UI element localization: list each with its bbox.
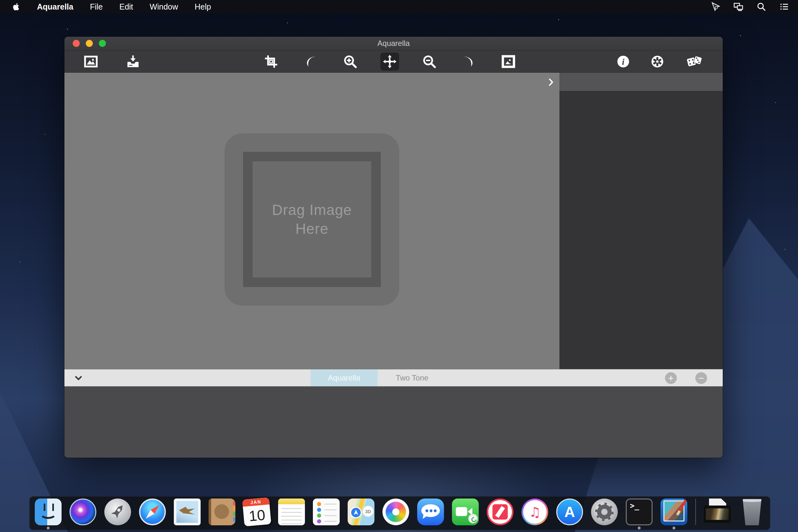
- news-icon: [487, 498, 513, 525]
- dock-item-messages[interactable]: [417, 498, 444, 525]
- dock-item-image-file[interactable]: [704, 498, 731, 525]
- aquarella-app-icon: [661, 498, 687, 525]
- itunes-icon: ♫: [521, 498, 548, 525]
- itunes-note-glyph: ♫: [523, 500, 547, 524]
- dock-item-launchpad[interactable]: [104, 498, 131, 525]
- tab-two-tone[interactable]: Two Tone: [378, 369, 446, 386]
- image-dropzone[interactable]: Drag Image Here: [225, 133, 399, 306]
- dock-item-finder[interactable]: [35, 498, 61, 525]
- photos-icon: [382, 498, 409, 525]
- finder-icon: [35, 498, 61, 525]
- aquarella-window: Aquarella: [64, 37, 723, 458]
- menu-item-file[interactable]: File: [90, 2, 103, 12]
- undo-icon[interactable]: [301, 53, 320, 71]
- svg-text:i: i: [622, 57, 625, 66]
- menu-app-name[interactable]: Aquarella: [37, 2, 73, 12]
- bottom-panel: [64, 387, 723, 458]
- dock-item-siri[interactable]: [70, 498, 96, 525]
- randomize-dice-icon[interactable]: [685, 53, 704, 71]
- calendar-day: 10: [243, 504, 271, 526]
- safari-icon: [139, 498, 166, 525]
- canvas-area[interactable]: Drag Image Here: [64, 73, 559, 369]
- dropzone-text: Drag Image Here: [254, 201, 369, 238]
- zoom-in-icon[interactable]: [341, 53, 359, 71]
- import-save-icon[interactable]: [124, 53, 142, 71]
- contacts-icon: [209, 498, 235, 525]
- open-image-icon[interactable]: [82, 53, 100, 71]
- chevron-down-icon[interactable]: [74, 374, 83, 383]
- chevron-right-icon[interactable]: [546, 77, 556, 87]
- dock-item-contacts[interactable]: [209, 498, 235, 525]
- image-file-icon: [704, 498, 731, 525]
- window-title: Aquarella: [377, 39, 410, 48]
- close-button[interactable]: [73, 40, 80, 47]
- crop-icon[interactable]: [262, 53, 280, 71]
- zoom-out-icon[interactable]: [420, 53, 439, 71]
- dock-item-facetime[interactable]: [452, 498, 479, 525]
- menu-bar: Aquarella File Edit Window Help: [0, 0, 798, 13]
- toolbar: i: [64, 51, 723, 73]
- menu-item-window[interactable]: Window: [150, 2, 178, 12]
- dock-item-mail[interactable]: [174, 498, 201, 525]
- menu-list-icon[interactable]: [779, 2, 789, 12]
- messages-icon: [417, 498, 444, 525]
- tab-aquarella[interactable]: Aquarella: [311, 369, 378, 386]
- notes-icon: [278, 498, 305, 525]
- siri-icon: [70, 498, 96, 525]
- side-panel: [559, 73, 723, 369]
- calendar-icon: JAN 10: [242, 497, 271, 526]
- dock: JAN 10 3D ♫: [29, 496, 770, 530]
- maps-3d-badge: 3D: [362, 506, 374, 517]
- reminders-icon: [313, 498, 340, 525]
- dock-item-system-preferences[interactable]: [591, 498, 618, 525]
- window-content: Drag Image Here: [64, 73, 723, 369]
- system-preferences-icon: [591, 498, 618, 525]
- side-panel-header: [559, 73, 723, 91]
- filmstrip-bar: Aquarella Two Tone + −: [64, 369, 723, 387]
- move-tool-icon[interactable]: [380, 53, 399, 71]
- add-button[interactable]: +: [665, 372, 677, 384]
- dropzone-frame: Drag Image Here: [243, 152, 381, 287]
- dock-item-safari[interactable]: [139, 498, 166, 525]
- dock-item-photos[interactable]: [382, 498, 409, 525]
- trash-icon: [739, 498, 765, 525]
- spotlight-search-icon[interactable]: [757, 2, 766, 12]
- dock-item-app-store[interactable]: A: [556, 498, 583, 525]
- dock-item-maps[interactable]: 3D: [348, 498, 375, 525]
- zoom-button[interactable]: [99, 40, 106, 47]
- maps-icon: 3D: [348, 498, 375, 525]
- dock-item-calendar[interactable]: JAN 10: [243, 498, 270, 525]
- effects-icon[interactable]: [648, 53, 667, 71]
- remove-button[interactable]: −: [695, 372, 707, 384]
- facetime-icon: [452, 498, 479, 525]
- dock-item-notes[interactable]: [278, 498, 305, 525]
- compare-image-icon[interactable]: [499, 53, 518, 71]
- desktop: Aquarella File Edit Window Help: [0, 0, 798, 532]
- dock-item-aquarella[interactable]: [661, 498, 687, 525]
- redo-icon[interactable]: [460, 53, 478, 71]
- dock-item-terminal[interactable]: >_: [626, 498, 652, 525]
- screen-share-cursor-icon[interactable]: [710, 2, 720, 12]
- minimize-button[interactable]: [86, 40, 93, 47]
- dock-item-trash[interactable]: [739, 498, 765, 525]
- title-bar[interactable]: Aquarella: [64, 37, 723, 51]
- menu-item-help[interactable]: Help: [194, 2, 211, 12]
- display-mirroring-icon[interactable]: [734, 2, 743, 12]
- app-store-icon: A: [556, 498, 583, 525]
- menu-item-edit[interactable]: Edit: [119, 2, 133, 12]
- launchpad-icon: [104, 498, 131, 525]
- mail-icon: [174, 498, 201, 525]
- dock-item-news[interactable]: [487, 498, 513, 525]
- terminal-icon: >_: [626, 498, 652, 525]
- dock-divider: [695, 499, 696, 525]
- traffic-lights: [73, 40, 106, 47]
- dock-item-reminders[interactable]: [313, 498, 340, 525]
- info-icon[interactable]: i: [614, 53, 632, 71]
- dock-item-itunes[interactable]: ♫: [521, 498, 548, 525]
- apple-menu-icon[interactable]: [11, 2, 20, 12]
